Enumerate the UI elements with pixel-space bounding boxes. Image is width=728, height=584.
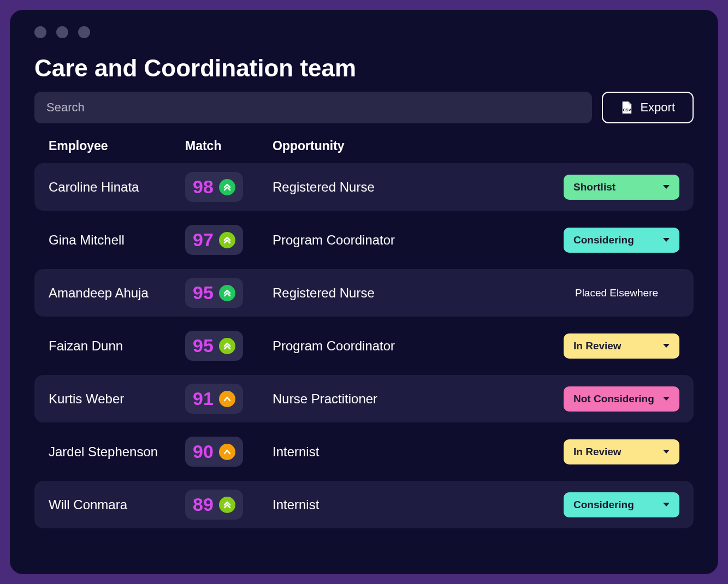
table-body: Caroline Hinata98Registered NurseShortli… (34, 163, 694, 528)
employee-name: Kurtis Weber (49, 391, 185, 407)
match-pill: 91 (185, 384, 243, 414)
window-dot[interactable] (34, 26, 46, 38)
opportunity-label: Program Coordinator (273, 233, 554, 248)
table-header: Employee Match Opportunity (34, 139, 694, 163)
match-pill: 95 (185, 278, 243, 308)
status-dropdown[interactable]: Considering (564, 228, 679, 253)
export-button[interactable]: CSV Export (602, 92, 694, 123)
status-label: Not Considering (573, 393, 654, 405)
opportunity-label: Nurse Practitioner (273, 391, 554, 407)
chevron-down-icon (663, 344, 670, 348)
chevron-up-icon (219, 391, 235, 407)
employee-name: Caroline Hinata (49, 180, 185, 195)
match-score: 90 (193, 441, 214, 462)
match-score: 95 (193, 282, 214, 303)
match-pill: 89 (185, 490, 243, 520)
chevron-down-icon (663, 185, 670, 189)
chevron-down-icon (663, 450, 670, 454)
opportunity-label: Program Coordinator (273, 338, 554, 354)
employee-name: Jardel Stephenson (49, 444, 185, 460)
table-row: Will Conmara89InternistConsidering (34, 481, 694, 528)
match-score: 98 (193, 176, 214, 198)
match-pill: 95 (185, 331, 243, 361)
export-label: Export (640, 100, 675, 115)
double-chevron-up-icon (219, 179, 235, 195)
col-opportunity: Opportunity (273, 139, 554, 153)
opportunity-label: Internist (273, 444, 554, 460)
match-score: 95 (193, 335, 214, 356)
match-score: 97 (193, 229, 214, 251)
table-row: Jardel Stephenson90InternistIn Review (34, 428, 694, 475)
match-score: 91 (193, 388, 214, 409)
status-label: In Review (573, 446, 622, 458)
table-row: Kurtis Weber91Nurse PractitionerNot Cons… (34, 375, 694, 422)
status-label: Considering (573, 234, 634, 246)
chevron-down-icon (663, 397, 670, 401)
double-chevron-up-icon (219, 232, 235, 248)
chevron-up-icon (219, 444, 235, 460)
match-pill: 97 (185, 225, 243, 255)
status-label: In Review (573, 340, 622, 352)
status-label: Shortlist (573, 181, 615, 193)
match-score: 89 (193, 494, 214, 515)
employee-name: Amandeep Ahuja (49, 285, 185, 301)
employee-name: Will Conmara (49, 497, 185, 513)
status-dropdown[interactable]: Not Considering (564, 386, 679, 412)
app-window: Care and Coordination team CSV Export Em… (10, 10, 718, 574)
svg-text:CSV: CSV (623, 108, 631, 112)
page-title: Care and Coordination team (34, 55, 694, 82)
opportunity-label: Internist (273, 497, 554, 513)
employee-table: Employee Match Opportunity Caroline Hina… (34, 139, 694, 528)
status-dropdown[interactable]: In Review (564, 333, 679, 359)
double-chevron-up-icon (219, 338, 235, 354)
chevron-down-icon (663, 238, 670, 242)
search-input[interactable] (34, 92, 592, 123)
col-match: Match (185, 139, 273, 153)
chevron-down-icon (663, 503, 670, 506)
table-row: Amandeep Ahuja95Registered NursePlaced E… (34, 269, 694, 317)
col-employee: Employee (49, 139, 185, 153)
status-label: Considering (573, 499, 634, 511)
table-row: Gina Mitchell97Program CoordinatorConsid… (34, 216, 694, 264)
employee-name: Gina Mitchell (49, 233, 185, 248)
opportunity-label: Registered Nurse (273, 285, 554, 301)
window-dot[interactable] (78, 26, 90, 38)
status-text: Placed Elsewhere (554, 287, 679, 299)
match-pill: 98 (185, 172, 243, 202)
status-dropdown[interactable]: Considering (564, 492, 679, 517)
table-row: Faizan Dunn95Program CoordinatorIn Revie… (34, 322, 694, 370)
match-pill: 90 (185, 437, 243, 467)
csv-file-icon: CSV (620, 100, 632, 115)
window-dot[interactable] (56, 26, 68, 38)
opportunity-label: Registered Nurse (273, 180, 554, 195)
employee-name: Faizan Dunn (49, 338, 185, 354)
window-controls (34, 26, 694, 38)
double-chevron-up-icon (219, 285, 235, 301)
status-dropdown[interactable]: In Review (564, 439, 679, 464)
table-row: Caroline Hinata98Registered NurseShortli… (34, 163, 694, 211)
double-chevron-up-icon (219, 497, 235, 513)
status-dropdown[interactable]: Shortlist (564, 175, 679, 200)
toolbar: CSV Export (34, 92, 694, 123)
